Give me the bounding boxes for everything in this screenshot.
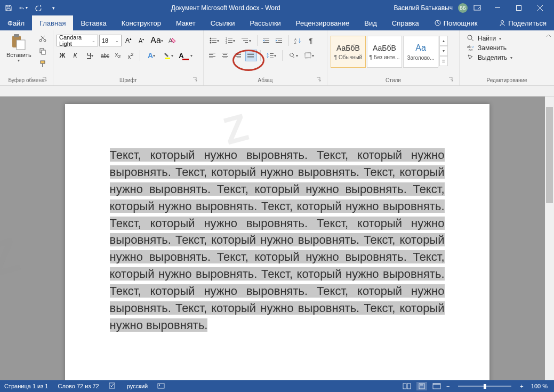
sort-button[interactable]: AZ <box>292 35 304 46</box>
justify-button[interactable] <box>245 50 257 61</box>
zoom-in-button[interactable]: + <box>520 383 523 389</box>
ribbon-display-icon[interactable] <box>473 4 481 12</box>
svg-rect-2 <box>517 5 521 10</box>
svg-rect-53 <box>247 54 254 55</box>
close-button[interactable] <box>529 0 551 15</box>
zoom-out-button[interactable]: − <box>446 383 449 389</box>
macro-icon[interactable] <box>157 382 166 390</box>
vertical-scrollbar[interactable] <box>545 97 554 380</box>
svg-rect-57 <box>270 55 274 56</box>
strikethrough-button[interactable]: abc <box>99 50 111 61</box>
svg-rect-68 <box>407 383 411 389</box>
read-mode-button[interactable] <box>402 382 412 390</box>
minimize-button[interactable] <box>487 0 508 15</box>
svg-rect-1 <box>495 7 500 8</box>
tab-references[interactable]: Ссылки <box>203 15 243 30</box>
svg-rect-52 <box>247 53 254 53</box>
bold-button[interactable]: Ж <box>57 50 68 61</box>
page-status[interactable]: Страница 1 из 1 <box>4 383 48 389</box>
maximize-button[interactable] <box>508 0 529 15</box>
paste-button[interactable]: Вставить ▾ <box>3 33 35 64</box>
replace-button[interactable]: abacЗаменить <box>467 44 512 52</box>
bullets-button[interactable]: ▾ <box>207 35 222 46</box>
shading-button[interactable]: ▾ <box>286 50 301 61</box>
web-layout-button[interactable] <box>431 382 442 390</box>
language-status[interactable]: русский <box>127 383 148 389</box>
align-center-button[interactable] <box>220 50 231 61</box>
italic-button[interactable]: К <box>69 50 81 61</box>
style-heading1[interactable]: Аа Заголово... <box>403 36 438 68</box>
svg-rect-33 <box>265 40 269 41</box>
user-name[interactable]: Василий Батькавыч <box>394 4 453 12</box>
styles-scroll-up[interactable]: ▴ <box>439 36 448 46</box>
change-case-button[interactable]: Aa▾ <box>148 35 165 46</box>
styles-dialog-launcher[interactable] <box>448 77 455 83</box>
copy-button[interactable] <box>37 45 49 57</box>
font-dialog-launcher[interactable] <box>192 77 199 83</box>
multilevel-button[interactable]: ▾ <box>239 35 254 46</box>
group-font-label: Шрифт <box>119 77 137 83</box>
align-left-button[interactable] <box>207 50 219 61</box>
user-avatar[interactable]: ВБ <box>458 3 468 13</box>
svg-rect-13 <box>42 63 43 67</box>
decrease-indent-button[interactable] <box>261 35 272 46</box>
styles-scroll-down[interactable]: ▾ <box>439 46 448 56</box>
collapse-ribbon-icon[interactable] <box>545 33 552 39</box>
tab-view[interactable]: Вид <box>357 15 384 30</box>
align-right-button[interactable] <box>232 50 244 61</box>
group-clipboard-label: Буфер обмена <box>9 77 45 83</box>
style-normal[interactable]: АаБбВ ¶ Обычный <box>331 36 366 68</box>
print-layout-button[interactable] <box>416 382 427 390</box>
qat-customize-icon[interactable]: ▾ <box>49 4 58 12</box>
highlight-button[interactable]: ▾ <box>160 50 176 61</box>
paragraph-dialog-launcher[interactable] <box>316 77 323 83</box>
font-color-button[interactable]: A▾ <box>178 50 194 61</box>
svg-rect-59 <box>305 53 311 58</box>
scrollbar-thumb[interactable] <box>546 107 553 203</box>
styles-expand[interactable]: ≡ <box>439 56 448 66</box>
cut-button[interactable] <box>37 33 49 44</box>
select-button[interactable]: Выделить▾ <box>467 54 512 61</box>
redo-icon[interactable] <box>34 4 43 12</box>
share-button[interactable]: Поделиться <box>491 15 554 30</box>
clear-formatting-button[interactable]: A <box>166 35 178 46</box>
spell-check-icon[interactable] <box>109 382 117 390</box>
line-spacing-button[interactable]: ▾ <box>264 50 279 61</box>
tab-review[interactable]: Рецензирование <box>288 15 357 30</box>
svg-rect-12 <box>41 61 45 63</box>
tab-mailings[interactable]: Рассылки <box>242 15 288 30</box>
borders-button[interactable]: ▾ <box>302 50 317 61</box>
find-button[interactable]: Найти▾ <box>467 35 512 42</box>
tab-help[interactable]: Справка <box>384 15 427 30</box>
font-size-combo[interactable]: 18⌄ <box>99 35 122 46</box>
shrink-font-button[interactable]: A▾ <box>135 35 147 46</box>
tab-tellme[interactable]: Помощник <box>427 15 485 30</box>
style-no-spacing[interactable]: АаБбВ ¶ Без инте... <box>367 36 402 68</box>
tab-home[interactable]: Главная <box>32 15 73 30</box>
document-area[interactable]: Z Z Текст, который нужно выровнять. Текс… <box>0 97 554 380</box>
superscript-button[interactable]: x2 <box>125 50 137 61</box>
grow-font-button[interactable]: A▴ <box>123 35 134 46</box>
svg-point-19 <box>210 40 212 42</box>
tab-design[interactable]: Конструктор <box>114 15 168 30</box>
font-name-combo[interactable]: Candara Light⌄ <box>57 35 98 46</box>
clipboard-dialog-launcher[interactable] <box>42 77 49 83</box>
save-icon[interactable] <box>4 4 13 12</box>
tab-insert[interactable]: Вставка <box>73 15 114 30</box>
zoom-level[interactable]: 100 % <box>531 383 548 389</box>
text-effects-button[interactable]: A▾ <box>143 50 159 61</box>
document-body[interactable]: Текст, который нужно выровнять. Текст, к… <box>110 147 445 334</box>
show-marks-button[interactable]: ¶ <box>305 35 317 46</box>
numbering-button[interactable]: 123▾ <box>223 35 238 46</box>
group-editing-label: Редактирование <box>486 77 527 83</box>
word-count[interactable]: Слово 72 из 72 <box>58 383 99 389</box>
subscript-button[interactable]: x2 <box>112 50 124 61</box>
zoom-slider[interactable] <box>458 386 511 387</box>
svg-rect-56 <box>270 53 274 54</box>
tab-layout[interactable]: Макет <box>168 15 203 30</box>
tab-file[interactable]: Файл <box>0 15 32 30</box>
undo-icon[interactable]: ▾ <box>19 4 28 12</box>
increase-indent-button[interactable] <box>274 35 285 46</box>
underline-button[interactable]: Ч▾ <box>82 50 98 61</box>
format-painter-button[interactable] <box>37 58 49 70</box>
